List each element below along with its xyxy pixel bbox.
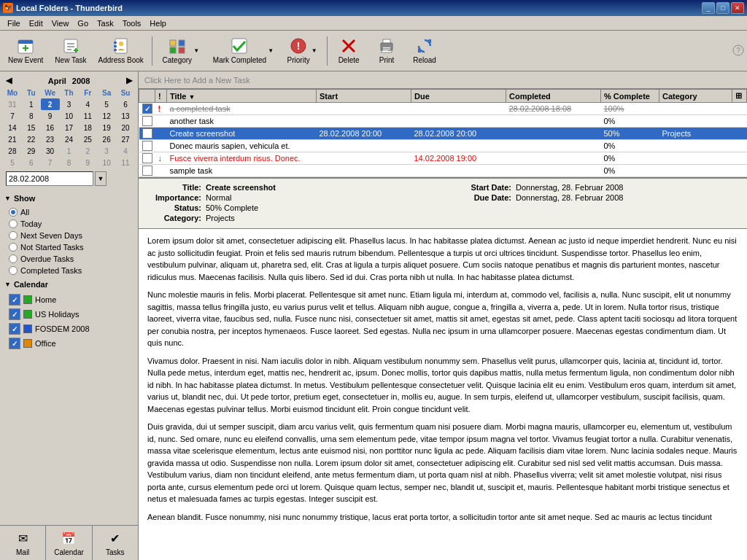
show-overdue-option[interactable]: Overdue Tasks <box>9 253 129 265</box>
new-event-button[interactable]: New Event <box>3 34 48 69</box>
cal-day[interactable]: 3 <box>97 145 116 157</box>
category-button[interactable]: Category ▼ <box>155 34 206 69</box>
col-header-due[interactable]: Due <box>411 90 506 103</box>
cal-day[interactable]: 10 <box>60 110 79 122</box>
table-row[interactable]: Create screenshot28.02.2008 20:0028.02.2… <box>139 128 747 140</box>
task-checkbox-cell[interactable] <box>139 152 155 165</box>
cal-day[interactable]: 22 <box>22 133 41 145</box>
cal-home-checkbox[interactable]: ✓ <box>9 294 20 306</box>
menu-go[interactable]: Go <box>73 18 93 29</box>
cal-day[interactable]: 18 <box>78 122 97 133</box>
cal-us-holidays-item[interactable]: ✓ US Holidays <box>9 307 129 322</box>
cal-fosdem-item[interactable]: ✓ FOSDEM 2008 <box>9 322 129 336</box>
show-not-started-radio[interactable] <box>9 243 18 252</box>
cal-day[interactable]: 8 <box>60 157 79 168</box>
cal-day[interactable]: 1 <box>60 145 79 157</box>
show-all-option[interactable]: All <box>9 206 129 218</box>
menu-view[interactable]: View <box>47 18 74 29</box>
table-row[interactable]: sample task0% <box>139 165 747 177</box>
date-dropdown-button[interactable]: ▼ <box>95 171 107 186</box>
cal-us-holidays-checkbox[interactable]: ✓ <box>9 308 20 320</box>
cal-office-checkbox[interactable]: ✓ <box>9 338 20 349</box>
task-checkbox[interactable] <box>142 153 152 163</box>
cal-day[interactable]: 30 <box>41 145 60 157</box>
cal-day[interactable]: 15 <box>22 122 41 133</box>
cal-day[interactable]: 20 <box>116 122 135 133</box>
address-book-button[interactable]: Address Book <box>93 34 149 69</box>
cal-day[interactable]: 27 <box>116 133 135 145</box>
cal-day[interactable]: 16 <box>41 122 60 133</box>
mail-nav-button[interactable]: ✉ Mail <box>0 526 46 560</box>
task-checkbox[interactable] <box>142 116 152 126</box>
task-checkbox[interactable] <box>142 166 152 176</box>
show-overdue-radio[interactable] <box>9 254 18 263</box>
cal-day[interactable]: 29 <box>22 145 41 157</box>
cal-day[interactable]: 13 <box>116 110 135 122</box>
show-next-seven-option[interactable]: Next Seven Days <box>9 230 129 241</box>
minimize-button[interactable]: _ <box>702 2 715 14</box>
show-all-radio[interactable] <box>9 208 18 217</box>
cal-day[interactable]: 21 <box>3 133 22 145</box>
cal-day[interactable]: 14 <box>3 122 22 133</box>
cal-day[interactable]: 3 <box>60 98 79 110</box>
task-title-cell[interactable]: another task <box>167 115 317 128</box>
tasks-nav-button[interactable]: ✔ Tasks <box>93 526 138 560</box>
task-checkbox[interactable] <box>142 128 152 139</box>
cal-day[interactable]: 2 <box>78 145 97 157</box>
show-completed-radio[interactable] <box>9 266 18 275</box>
calendar-nav-button[interactable]: 📅 Calendar <box>46 526 92 560</box>
task-add-bar[interactable]: Click Here to Add a New Task <box>139 71 747 89</box>
cal-day[interactable]: 2 <box>41 98 60 110</box>
cal-day[interactable]: 10 <box>97 157 116 168</box>
task-checkbox-cell[interactable] <box>139 128 155 140</box>
task-title-cell[interactable]: sample task <box>167 165 317 177</box>
cal-day[interactable]: 5 <box>3 157 22 168</box>
cal-day[interactable]: 11 <box>78 110 97 122</box>
task-checkbox-cell[interactable] <box>139 165 155 177</box>
cal-prev-button[interactable]: ◀ <box>6 76 12 85</box>
col-header-title[interactable]: Title ▼ <box>167 90 317 103</box>
show-completed-option[interactable]: Completed Tasks <box>9 265 129 276</box>
priority-button[interactable]: ! Priority ▼ <box>280 34 324 69</box>
table-row[interactable]: another task0% <box>139 115 747 128</box>
cal-day[interactable]: 8 <box>22 110 41 122</box>
cal-day[interactable]: 11 <box>116 157 135 168</box>
cal-day[interactable]: 9 <box>78 157 97 168</box>
task-title-cell[interactable]: Create screenshot <box>167 128 317 140</box>
task-title-cell[interactable]: Donec mauris sapien, vehicula et. <box>167 140 317 152</box>
cal-day[interactable]: 19 <box>97 122 116 133</box>
cal-fosdem-checkbox[interactable]: ✓ <box>9 323 20 335</box>
task-checkbox[interactable]: ✓ <box>142 104 152 114</box>
task-checkbox-cell[interactable] <box>139 115 155 128</box>
cal-day[interactable]: 6 <box>22 157 41 168</box>
new-task-button[interactable]: New Task <box>50 34 91 69</box>
cal-day[interactable]: 9 <box>41 110 60 122</box>
cal-day[interactable]: 1 <box>22 98 41 110</box>
maximize-button[interactable]: □ <box>716 2 729 14</box>
show-section-header[interactable]: ▼ Show <box>0 192 138 205</box>
cal-day[interactable]: 23 <box>41 133 60 145</box>
cal-day[interactable]: 7 <box>41 157 60 168</box>
cal-office-item[interactable]: ✓ Office <box>9 336 129 351</box>
table-row[interactable]: Donec mauris sapien, vehicula et.0% <box>139 140 747 152</box>
delete-button[interactable]: Delete <box>330 34 367 69</box>
task-title-cell[interactable]: Fusce viverra interdum risus. Donec. <box>167 152 317 165</box>
cal-day[interactable]: 17 <box>60 122 79 133</box>
task-checkbox[interactable] <box>142 141 152 151</box>
cal-day[interactable]: 4 <box>78 98 97 110</box>
cal-day[interactable]: 28 <box>3 145 22 157</box>
reload-button[interactable]: Reload <box>406 34 443 69</box>
menu-task[interactable]: Task <box>93 18 118 29</box>
calendar-section-header[interactable]: ▼ Calendar <box>0 278 138 291</box>
col-header-start[interactable]: Start <box>317 90 411 103</box>
date-input[interactable] <box>6 171 93 186</box>
table-row[interactable]: ↓Fusce viverra interdum risus. Donec.14.… <box>139 152 747 165</box>
menu-edit[interactable]: Edit <box>25 18 47 29</box>
cal-day[interactable]: 7 <box>3 110 22 122</box>
cal-home-item[interactable]: ✓ Home <box>9 292 129 307</box>
window-controls[interactable]: _ □ ✕ <box>702 2 744 14</box>
mark-completed-button[interactable]: Mark Completed ▼ <box>208 34 279 69</box>
menu-help[interactable]: Help <box>145 18 171 29</box>
cal-day[interactable]: 12 <box>97 110 116 122</box>
col-header-category[interactable]: Category <box>659 90 732 103</box>
